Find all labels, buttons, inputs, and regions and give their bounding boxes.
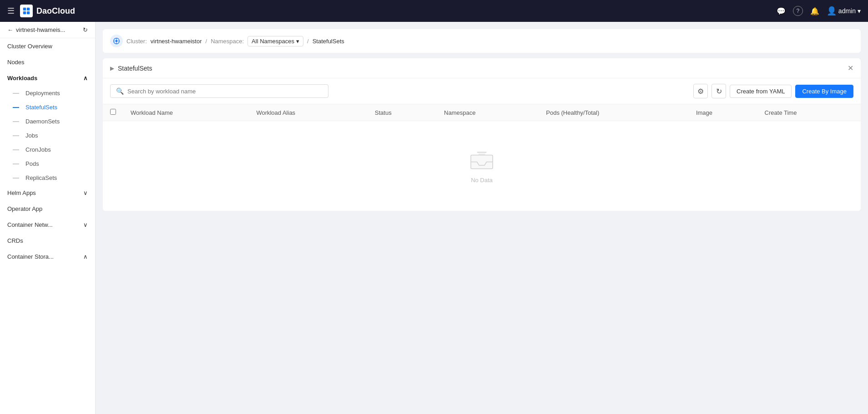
sidebar-item-label: Cluster Overview <box>7 43 52 50</box>
sidebar-item-container-network[interactable]: Container Netw... ∨ <box>0 217 95 233</box>
empty-inbox-icon <box>468 148 495 171</box>
sidebar-subitem-cronjobs[interactable]: CronJobs <box>0 143 95 157</box>
sidebar-item-nodes[interactable]: Nodes <box>0 54 95 70</box>
section-header: ▶ StatefulSets ✕ <box>103 58 861 78</box>
refresh-icon-button[interactable]: ↻ <box>712 84 726 98</box>
dash-icon <box>13 164 19 164</box>
sidebar-back-button[interactable]: ← virtnest-hwameis... ↻ <box>0 22 95 38</box>
svg-rect-1 <box>27 8 30 10</box>
workloads-chevron-icon: ∧ <box>83 75 88 82</box>
sidebar-subitem-label: ReplicaSets <box>25 174 57 181</box>
dash-icon <box>13 93 19 94</box>
sidebar-subitem-label: StatefulSets <box>25 104 57 111</box>
breadcrumb-page: StatefulSets <box>313 38 344 45</box>
toolbar: 🔍 ⚙ ↻ Create from YAML Create By Image <box>103 78 861 104</box>
col-header-namespace: Namespace <box>437 104 539 121</box>
breadcrumb-sep1: / <box>206 38 207 45</box>
sidebar-item-helm-apps[interactable]: Helm Apps ∨ <box>0 185 95 201</box>
sidebar-item-label: Container Netw... <box>7 221 53 228</box>
user-menu[interactable]: 👤 admin ▾ <box>827 6 861 16</box>
svg-rect-0 <box>23 8 26 10</box>
toolbar-actions: ⚙ ↻ Create from YAML Create By Image <box>693 84 853 98</box>
sidebar-subitem-pods[interactable]: Pods <box>0 157 95 171</box>
sidebar-subitem-label: Jobs <box>25 132 38 139</box>
col-header-image: Image <box>689 104 757 121</box>
brand-logo: DaoCloud <box>20 5 75 17</box>
col-header-alias: Workload Alias <box>249 104 367 121</box>
svg-rect-11 <box>477 152 487 153</box>
section-chevron-icon[interactable]: ▶ <box>110 65 114 72</box>
section-title-row: ▶ StatefulSets <box>110 65 152 72</box>
svg-rect-3 <box>27 11 30 14</box>
sidebar-subitem-daemonsets[interactable]: DaemonSets <box>0 114 95 128</box>
dash-icon <box>13 178 19 179</box>
sidebar-subitem-replicasets[interactable]: ReplicaSets <box>0 171 95 185</box>
sidebar-item-label: Workloads <box>7 75 37 82</box>
brand-icon <box>20 5 33 17</box>
col-header-name: Workload Name <box>123 104 249 121</box>
back-arrow-icon: ← <box>7 26 13 33</box>
sidebar-item-crds[interactable]: CRDs <box>0 233 95 249</box>
sidebar-subitem-label: Pods <box>25 160 39 167</box>
sidebar-subitem-jobs[interactable]: Jobs <box>0 128 95 143</box>
helm-apps-chevron-icon: ∨ <box>83 189 88 196</box>
container-network-chevron-icon: ∨ <box>83 221 88 228</box>
sidebar-subitem-label: DaemonSets <box>25 118 60 125</box>
sidebar-item-label: Helm Apps <box>7 189 36 196</box>
sidebar-cluster-name: virtnest-hwameis... <box>16 26 65 33</box>
table-container: Workload Name Workload Alias Status Name… <box>103 104 861 211</box>
empty-state: No Data <box>103 121 861 211</box>
top-navigation: ☰ DaoCloud 💬 ? 🔔 👤 admin ▾ <box>0 0 868 22</box>
search-icon: 🔍 <box>116 87 124 95</box>
help-icon[interactable]: ? <box>793 6 803 16</box>
dash-icon <box>13 121 19 122</box>
sidebar-item-container-storage[interactable]: Container Stora... ∧ <box>0 249 95 265</box>
sidebar-subitem-label: Deployments <box>25 90 60 97</box>
chat-icon[interactable]: 💬 <box>777 7 786 15</box>
sidebar-item-label: Nodes <box>7 59 25 66</box>
sidebar-item-label: Container Stora... <box>7 253 54 260</box>
user-avatar-icon: 👤 <box>827 6 837 16</box>
cluster-icon <box>110 35 123 47</box>
sidebar-item-cluster-overview[interactable]: Cluster Overview <box>0 38 95 54</box>
hamburger-icon[interactable]: ☰ <box>7 6 15 16</box>
sidebar-subitem-label: CronJobs <box>25 146 51 153</box>
sidebar-item-label: Operator App <box>7 205 42 212</box>
cluster-value: virtnest-hwameistor <box>151 38 202 45</box>
sidebar-item-label: CRDs <box>7 237 23 244</box>
namespace-value: All Namespaces <box>252 38 294 45</box>
namespace-selector[interactable]: All Namespaces ▾ <box>247 36 303 46</box>
workloads-table: Workload Name Workload Alias Status Name… <box>103 104 861 121</box>
sidebar-item-operator-app[interactable]: Operator App <box>0 201 95 217</box>
search-input[interactable] <box>127 88 323 95</box>
create-yaml-button[interactable]: Create from YAML <box>730 85 792 98</box>
dash-icon <box>13 107 19 108</box>
breadcrumb-sep2: / <box>307 38 309 45</box>
brand-name: DaoCloud <box>36 6 75 16</box>
sidebar-subitem-deployments[interactable]: Deployments <box>0 86 95 100</box>
cluster-label: Cluster: <box>126 38 147 45</box>
content-card: ▶ StatefulSets ✕ 🔍 ⚙ ↻ Create from YAML … <box>103 58 861 211</box>
svg-rect-2 <box>23 11 26 14</box>
settings-icon-button[interactable]: ⚙ <box>693 84 708 98</box>
main-content: Cluster: virtnest-hwameistor / Namespace… <box>96 22 868 414</box>
bell-icon[interactable]: 🔔 <box>810 7 819 15</box>
topnav-actions: 💬 ? 🔔 👤 admin ▾ <box>777 6 861 16</box>
sidebar-subitem-statefulsets[interactable]: StatefulSets <box>0 100 95 114</box>
section-close-icon[interactable]: ✕ <box>848 64 853 72</box>
sidebar-refresh-icon[interactable]: ↻ <box>83 26 88 33</box>
create-image-button[interactable]: Create By Image <box>795 85 853 98</box>
refresh-icon: ↻ <box>716 87 722 96</box>
select-all-checkbox[interactable] <box>110 109 116 115</box>
container-storage-chevron-icon: ∧ <box>83 253 88 260</box>
sidebar-item-workloads[interactable]: Workloads ∧ <box>0 70 95 86</box>
namespace-label: Namespace: <box>211 38 244 45</box>
sidebar: ← virtnest-hwameis... ↻ Cluster Overview… <box>0 22 96 414</box>
col-header-create-time: Create Time <box>757 104 861 121</box>
settings-icon: ⚙ <box>697 87 704 96</box>
dash-icon <box>13 135 19 136</box>
empty-text: No Data <box>471 177 493 184</box>
breadcrumb: Cluster: virtnest-hwameistor / Namespace… <box>103 29 861 53</box>
user-dropdown-icon: ▾ <box>858 7 861 15</box>
search-box[interactable]: 🔍 <box>110 84 328 98</box>
